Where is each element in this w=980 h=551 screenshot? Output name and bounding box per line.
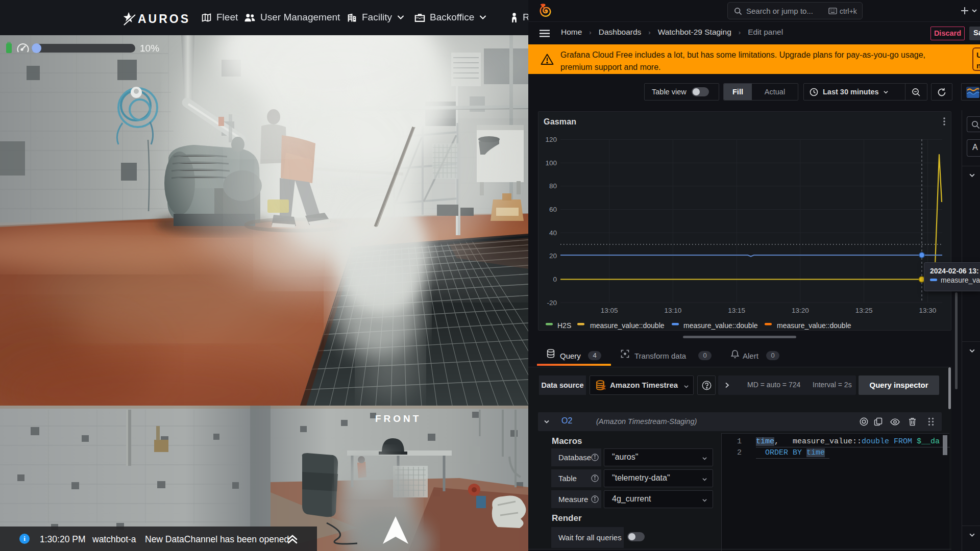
svg-text:measure_value::double: measure_value::double	[683, 321, 758, 330]
svg-text:100: 100	[545, 159, 557, 167]
svg-text:13:10: 13:10	[665, 307, 682, 314]
svg-text:40: 40	[549, 229, 557, 237]
svg-text:0: 0	[553, 276, 557, 283]
svg-text:measure_value::double: measure_value::double	[590, 321, 665, 330]
svg-text:13:20: 13:20	[792, 307, 809, 314]
svg-text:13:30: 13:30	[919, 307, 937, 314]
svg-text:13:05: 13:05	[601, 307, 618, 314]
svg-text:60: 60	[549, 206, 557, 213]
svg-text:-20: -20	[547, 299, 557, 307]
svg-text:120: 120	[545, 136, 557, 143]
svg-text:80: 80	[549, 182, 557, 190]
svg-text:measure_value::double: measure_value::double	[777, 321, 851, 330]
svg-text:13:15: 13:15	[728, 307, 745, 314]
svg-text:13:25: 13:25	[855, 307, 873, 314]
svg-text:20: 20	[549, 252, 557, 260]
svg-text:H2S: H2S	[557, 321, 571, 330]
